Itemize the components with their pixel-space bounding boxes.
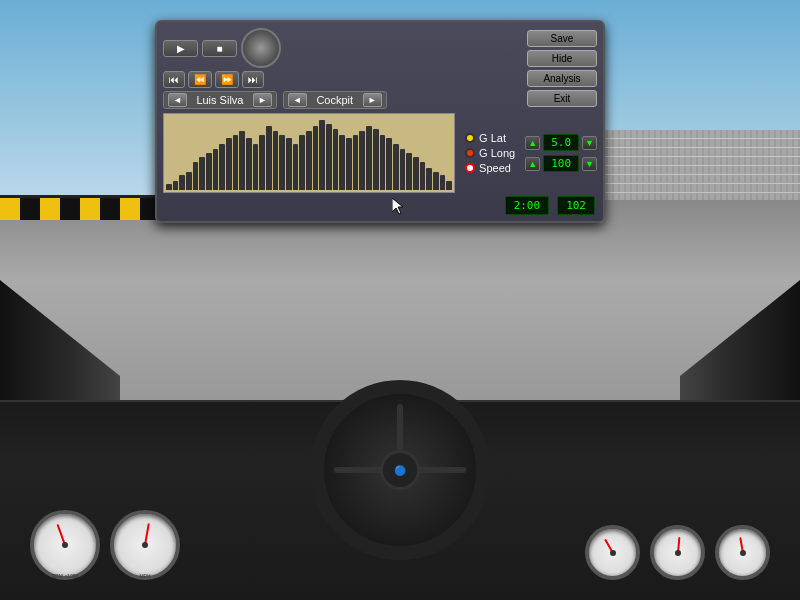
fast-forward-button[interactable]: ⏩ — [215, 71, 239, 88]
skip-forward-button[interactable]: ⏭ — [242, 71, 264, 88]
graph-bar — [313, 126, 319, 190]
val2-display: 100 — [543, 155, 579, 172]
wheel-outer: 🔵 — [310, 380, 490, 560]
exit-button[interactable]: Exit — [527, 90, 597, 107]
right-gauge-cluster — [585, 525, 770, 580]
side-buttons: Save Hide Analysis Exit — [527, 30, 597, 107]
legend-speed: Speed — [465, 162, 515, 174]
value-controls: ▲ 5.0 ▼ ▲ 100 ▼ — [525, 113, 597, 193]
graph-bar — [273, 131, 279, 190]
graph-bar — [400, 149, 406, 190]
hud-bottom-row: 2:00 102 — [163, 196, 597, 215]
gauge-2 — [650, 525, 705, 580]
tach-label: RPM ×1000 — [34, 573, 96, 579]
tachometer: RPM ×1000 — [30, 510, 100, 580]
gauge3-center — [740, 550, 746, 556]
hide-button[interactable]: Hide — [527, 50, 597, 67]
view-selector: ◄ Cockpit ► — [283, 91, 387, 109]
view-prev-button[interactable]: ◄ — [288, 93, 307, 107]
legend-glat: G Lat — [465, 132, 515, 144]
gauge-1 — [585, 525, 640, 580]
graph-bar — [173, 181, 179, 190]
hud-panel: ▶ ■ ⏮ ⏪ ⏩ ⏭ ◄ Luis Silva ► ◄ — [155, 20, 605, 223]
glat-label: G Lat — [479, 132, 506, 144]
graph-bar — [359, 131, 365, 190]
graph-bar — [299, 135, 305, 190]
graph-bar — [380, 135, 386, 190]
graph-bar — [319, 120, 325, 190]
graph-bar — [186, 172, 192, 190]
driver-prev-button[interactable]: ◄ — [168, 93, 187, 107]
val1-down-button[interactable]: ▼ — [582, 136, 597, 150]
glong-dot — [465, 148, 475, 158]
graph-bar — [393, 144, 399, 190]
graph-legend: G Lat G Long Speed — [461, 113, 519, 193]
record-indicator — [241, 28, 281, 68]
speed-dot — [465, 163, 475, 173]
speed-label: Speed — [479, 162, 511, 174]
save-button[interactable]: Save — [527, 30, 597, 47]
graph-bar — [339, 135, 345, 190]
graph-bar — [179, 175, 185, 190]
graph-bar — [446, 181, 452, 190]
time-display: 2:00 — [505, 196, 550, 215]
graph-bar — [253, 144, 259, 190]
telemetry-graph — [163, 113, 455, 193]
skip-back-button[interactable]: ⏮ — [163, 71, 185, 88]
graph-bar — [219, 144, 225, 190]
graph-bar — [420, 162, 426, 190]
dashboard: RPM ×1000 MPH 🔵 — [0, 400, 800, 600]
graph-bar — [366, 126, 372, 190]
tach-center — [62, 542, 68, 548]
legend-glong: G Long — [465, 147, 515, 159]
graph-bar — [166, 184, 172, 190]
graph-bar — [440, 175, 446, 190]
speed-center — [142, 542, 148, 548]
speed-label: MPH — [114, 573, 176, 579]
play-button[interactable]: ▶ — [163, 40, 198, 57]
driver-selector: ◄ Luis Silva ► — [163, 91, 277, 109]
glat-dot — [465, 133, 475, 143]
analysis-button[interactable]: Analysis — [527, 70, 597, 87]
driver-next-button[interactable]: ► — [253, 93, 272, 107]
speed-display: 102 — [557, 196, 595, 215]
view-name-label: Cockpit — [310, 94, 360, 106]
graph-bar — [213, 149, 219, 190]
cockpit-frame: RPM ×1000 MPH 🔵 — [0, 280, 800, 600]
speedometer: MPH — [110, 510, 180, 580]
wheel-center-logo: 🔵 — [380, 450, 420, 490]
steering-wheel: 🔵 — [310, 380, 490, 560]
driver-name-label: Luis Silva — [190, 94, 250, 106]
val1-up-button[interactable]: ▲ — [525, 136, 540, 150]
graph-bar — [306, 131, 312, 190]
graph-bar — [226, 138, 232, 190]
graph-bar — [326, 124, 332, 190]
graph-bar — [206, 153, 212, 190]
graph-bar — [346, 138, 352, 190]
gauge-3 — [715, 525, 770, 580]
graph-bar — [406, 153, 412, 190]
gauge1-center — [610, 550, 616, 556]
val2-down-button[interactable]: ▼ — [582, 157, 597, 171]
rewind-button[interactable]: ⏪ — [188, 71, 212, 88]
graph-bar — [286, 138, 292, 190]
graph-bar — [233, 135, 239, 190]
graph-bar — [353, 135, 359, 190]
graph-bar — [413, 157, 419, 190]
graph-bar — [199, 157, 205, 190]
graph-bar — [293, 144, 299, 190]
graph-bars — [164, 114, 454, 192]
graph-bar — [239, 131, 245, 190]
graph-bar — [386, 138, 392, 190]
value-box-2: ▲ 100 ▼ — [525, 155, 597, 172]
view-next-button[interactable]: ► — [363, 93, 382, 107]
graph-bar — [259, 135, 265, 190]
graph-bar — [333, 129, 339, 190]
graph-bar — [373, 129, 379, 190]
graph-bar — [246, 138, 252, 190]
graph-bar — [279, 135, 285, 190]
val1-display: 5.0 — [543, 134, 579, 151]
val2-up-button[interactable]: ▲ — [525, 157, 540, 171]
glong-label: G Long — [479, 147, 515, 159]
stop-button[interactable]: ■ — [202, 40, 237, 57]
